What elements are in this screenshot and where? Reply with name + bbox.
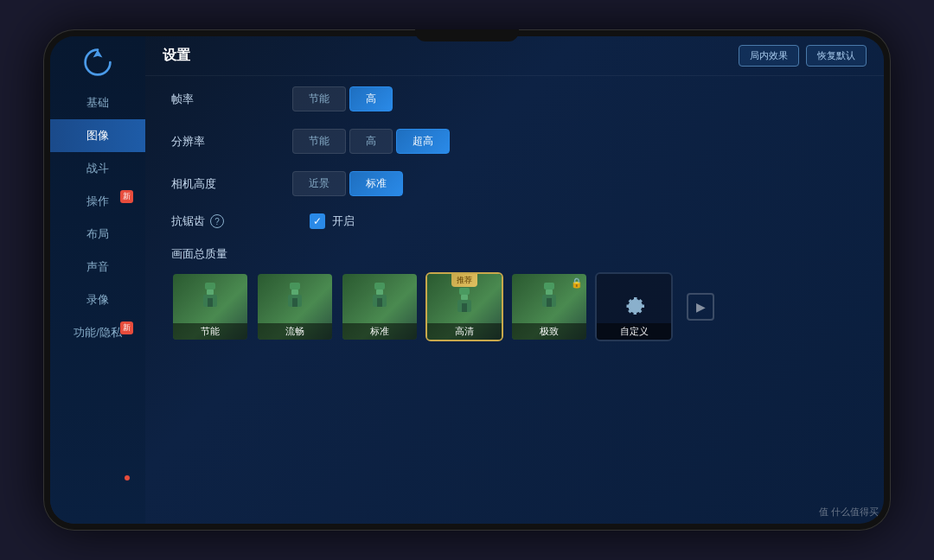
framerate-row: 帧率 节能 高 bbox=[171, 86, 858, 111]
camera-option-jinjing[interactable]: 近景 bbox=[292, 171, 346, 196]
quality-card-label-biaozhun: 标准 bbox=[342, 323, 417, 340]
svg-rect-17 bbox=[546, 290, 553, 295]
lock-icon: 🔒 bbox=[571, 277, 583, 289]
resolution-label: 分辨率 bbox=[171, 134, 240, 150]
antialias-checkbox[interactable] bbox=[310, 213, 325, 229]
quality-card-zidingyi[interactable]: 自定义 bbox=[595, 272, 673, 341]
main-content: 设置 局内效果 恢复默认 帧率 节能 高 分辨率 bbox=[145, 36, 884, 524]
antialias-label: 抗锯齿 bbox=[171, 213, 205, 229]
sidebar-item-gongneng[interactable]: 功能/隐私 新 bbox=[50, 316, 145, 349]
camera-height-label: 相机高度 bbox=[171, 176, 240, 192]
svg-rect-1 bbox=[207, 290, 214, 295]
framerate-label: 帧率 bbox=[171, 92, 240, 107]
svg-rect-7 bbox=[292, 298, 297, 307]
quality-section-title: 画面总质量 bbox=[171, 246, 858, 262]
antialias-row: 抗锯齿 ? 开启 bbox=[171, 213, 858, 229]
sidebar-item-shengyin[interactable]: 声音 bbox=[50, 251, 145, 283]
sidebar-item-zhandou[interactable]: 战斗 bbox=[50, 152, 145, 185]
antialias-checkbox-group: 开启 bbox=[310, 213, 355, 229]
camera-option-biaozhun[interactable]: 标准 bbox=[349, 171, 403, 196]
antialias-enabled-label: 开启 bbox=[332, 213, 355, 229]
svg-rect-12 bbox=[459, 288, 470, 295]
quality-card-jizhi[interactable]: 🔒 极致 bbox=[510, 272, 588, 341]
page-title: 设置 bbox=[163, 47, 190, 65]
svg-rect-0 bbox=[205, 283, 215, 290]
framerate-options: 节能 高 bbox=[292, 86, 393, 111]
sidebar-item-luxiang[interactable]: 录像 bbox=[50, 283, 145, 316]
quality-cards-container: 节能 流畅 bbox=[171, 272, 858, 341]
svg-rect-9 bbox=[376, 290, 383, 295]
svg-rect-16 bbox=[544, 283, 554, 290]
sidebar-item-buju[interactable]: 布局 bbox=[50, 218, 145, 251]
quality-card-gaoqing[interactable]: 推荐 高清 bbox=[425, 272, 503, 341]
framerate-option-jieneng[interactable]: 节能 bbox=[292, 86, 346, 111]
phone-screen: 基础 图像 战斗 操作 新 布局 声音 录像 功能/隐私 新 bbox=[50, 36, 884, 524]
settings-area: 帧率 节能 高 分辨率 节能 高 超高 bbox=[145, 76, 884, 524]
resolution-options: 节能 高 超高 bbox=[292, 129, 450, 154]
quality-card-label-jizhi: 极致 bbox=[512, 323, 586, 340]
svg-rect-5 bbox=[291, 290, 298, 295]
new-badge-gongneng: 新 bbox=[120, 321, 133, 334]
quality-card-label-zidingyi: 自定义 bbox=[597, 323, 671, 340]
quality-card-label-gaoqing: 高清 bbox=[427, 323, 502, 340]
recommend-badge: 推荐 bbox=[451, 274, 477, 287]
antialias-label-group: 抗锯齿 ? bbox=[171, 213, 292, 229]
svg-rect-11 bbox=[377, 298, 382, 307]
camera-height-options: 近景 标准 bbox=[292, 171, 403, 196]
video-preview-button[interactable] bbox=[687, 293, 714, 321]
framerate-option-gao[interactable]: 高 bbox=[349, 86, 393, 111]
app-logo bbox=[80, 45, 115, 80]
sidebar-item-tUxiang[interactable]: 图像 bbox=[50, 119, 145, 152]
restore-default-button[interactable]: 恢复默认 bbox=[806, 45, 867, 67]
sidebar-item-jichU[interactable]: 基础 bbox=[50, 86, 145, 119]
quality-card-biaozhun[interactable]: 标准 bbox=[341, 272, 419, 341]
watermark: 值 什么值得买 bbox=[819, 506, 879, 519]
antialias-help-icon[interactable]: ? bbox=[210, 214, 224, 228]
resolution-option-jieneng[interactable]: 节能 bbox=[292, 129, 346, 154]
quality-card-jieneng[interactable]: 节能 bbox=[171, 272, 249, 341]
sidebar-item-caozuo[interactable]: 操作 新 bbox=[50, 185, 145, 218]
svg-rect-19 bbox=[547, 298, 552, 307]
quality-card-liuchang[interactable]: 流畅 bbox=[256, 272, 334, 341]
resolution-row: 分辨率 节能 高 超高 bbox=[171, 129, 858, 154]
svg-rect-15 bbox=[462, 303, 467, 312]
quality-card-label-jieneng: 节能 bbox=[173, 323, 247, 340]
resolution-option-gao[interactable]: 高 bbox=[349, 129, 393, 154]
sidebar: 基础 图像 战斗 操作 新 布局 声音 录像 功能/隐私 新 bbox=[50, 36, 145, 524]
quality-section: 画面总质量 节 bbox=[171, 246, 858, 341]
in-game-effects-button[interactable]: 局内效果 bbox=[739, 45, 799, 67]
sidebar-bottom-dot bbox=[125, 475, 130, 480]
header-action-buttons: 局内效果 恢复默认 bbox=[739, 45, 867, 67]
camera-height-row: 相机高度 近景 标准 bbox=[171, 171, 858, 196]
svg-rect-4 bbox=[290, 283, 300, 290]
svg-rect-8 bbox=[374, 283, 385, 290]
phone-frame: 基础 图像 战斗 操作 新 布局 声音 录像 功能/隐私 新 bbox=[43, 29, 891, 531]
settings-header: 设置 局内效果 恢复默认 bbox=[145, 36, 884, 76]
quality-card-label-liuchang: 流畅 bbox=[258, 323, 332, 340]
resolution-option-chaogao[interactable]: 超高 bbox=[396, 129, 450, 154]
new-badge-caozuo: 新 bbox=[120, 190, 133, 203]
svg-rect-3 bbox=[208, 298, 213, 307]
svg-rect-13 bbox=[461, 295, 468, 300]
